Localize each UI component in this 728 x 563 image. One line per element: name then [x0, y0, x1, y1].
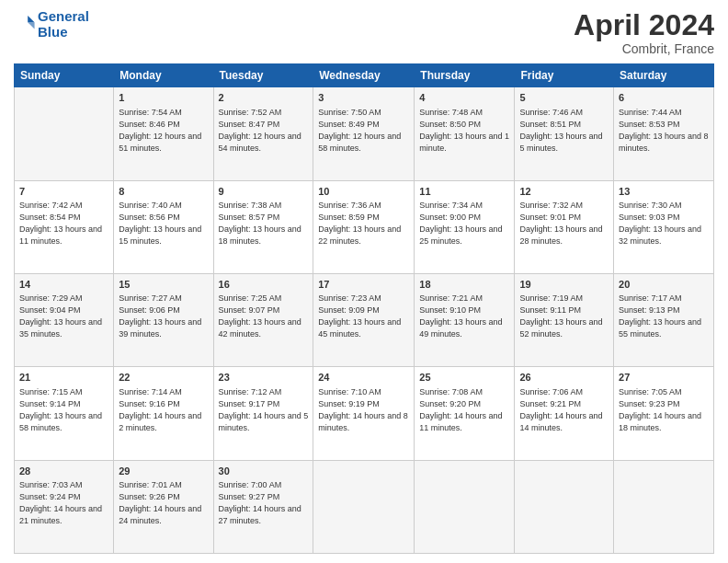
- day-cell: 26Sunrise: 7:06 AMSunset: 9:21 PMDayligh…: [515, 367, 614, 460]
- day-number: 22: [119, 371, 208, 385]
- day-info: Sunrise: 7:17 AMSunset: 9:13 PMDaylight:…: [619, 293, 709, 340]
- day-info: Sunrise: 7:27 AMSunset: 9:06 PMDaylight:…: [119, 293, 208, 340]
- day-cell: 11Sunrise: 7:34 AMSunset: 9:00 PMDayligh…: [415, 180, 515, 273]
- day-info: Sunrise: 7:54 AMSunset: 8:46 PMDaylight:…: [119, 107, 208, 155]
- day-info: Sunrise: 7:30 AMSunset: 9:03 PMDaylight:…: [619, 200, 709, 247]
- day-cell: [15, 87, 114, 180]
- day-cell: 14Sunrise: 7:29 AMSunset: 9:04 PMDayligh…: [15, 273, 114, 366]
- day-number: 6: [619, 91, 709, 105]
- col-sunday: Sunday: [15, 64, 114, 87]
- day-info: Sunrise: 7:10 AMSunset: 9:19 PMDaylight:…: [318, 386, 409, 434]
- day-number: 3: [318, 91, 409, 105]
- logo-general: General: [38, 9, 89, 25]
- day-info: Sunrise: 7:48 AMSunset: 8:50 PMDaylight:…: [419, 107, 509, 155]
- day-cell: 19Sunrise: 7:19 AMSunset: 9:11 PMDayligh…: [515, 273, 614, 366]
- day-cell: 13Sunrise: 7:30 AMSunset: 9:03 PMDayligh…: [614, 180, 714, 273]
- title-block: April 2024 Combrit, France: [574, 9, 714, 56]
- day-number: 2: [219, 91, 309, 105]
- day-info: Sunrise: 7:46 AMSunset: 8:51 PMDaylight:…: [519, 107, 609, 155]
- day-info: Sunrise: 7:50 AMSunset: 8:49 PMDaylight:…: [318, 107, 409, 155]
- day-number: 30: [219, 465, 309, 478]
- day-cell: 8Sunrise: 7:40 AMSunset: 8:56 PMDaylight…: [114, 180, 213, 273]
- day-cell: 29Sunrise: 7:01 AMSunset: 9:26 PMDayligh…: [114, 460, 213, 553]
- day-cell: 7Sunrise: 7:42 AMSunset: 8:54 PMDaylight…: [15, 180, 114, 273]
- day-info: Sunrise: 7:21 AMSunset: 9:10 PMDaylight:…: [419, 293, 509, 340]
- day-number: 17: [318, 278, 409, 292]
- day-number: 10: [318, 185, 409, 199]
- logo-icon: [16, 13, 36, 33]
- day-number: 18: [419, 278, 509, 292]
- logo-blue: Blue: [38, 25, 89, 40]
- day-cell: 15Sunrise: 7:27 AMSunset: 9:06 PMDayligh…: [114, 273, 213, 366]
- day-number: 14: [19, 278, 108, 292]
- day-info: Sunrise: 7:06 AMSunset: 9:21 PMDaylight:…: [519, 386, 609, 434]
- day-info: Sunrise: 7:00 AMSunset: 9:27 PMDaylight:…: [219, 479, 309, 527]
- day-number: 25: [419, 371, 509, 385]
- day-number: 11: [419, 185, 509, 199]
- day-cell: 24Sunrise: 7:10 AMSunset: 9:19 PMDayligh…: [313, 367, 415, 460]
- day-cell: 25Sunrise: 7:08 AMSunset: 9:20 PMDayligh…: [415, 367, 515, 460]
- day-cell: 2Sunrise: 7:52 AMSunset: 8:47 PMDaylight…: [213, 87, 313, 180]
- day-number: 24: [318, 371, 409, 385]
- day-cell: 30Sunrise: 7:00 AMSunset: 9:27 PMDayligh…: [213, 460, 313, 553]
- day-cell: 23Sunrise: 7:12 AMSunset: 9:17 PMDayligh…: [213, 367, 313, 460]
- day-number: 26: [519, 371, 609, 385]
- col-thursday: Thursday: [415, 64, 515, 87]
- day-info: Sunrise: 7:14 AMSunset: 9:16 PMDaylight:…: [119, 386, 208, 434]
- day-info: Sunrise: 7:34 AMSunset: 9:00 PMDaylight:…: [419, 200, 509, 247]
- day-number: 23: [219, 371, 309, 385]
- day-cell: 4Sunrise: 7:48 AMSunset: 8:50 PMDaylight…: [415, 87, 515, 180]
- calendar-table: SundayMondayTuesdayWednesdayThursdayFrid…: [14, 63, 714, 554]
- day-info: Sunrise: 7:42 AMSunset: 8:54 PMDaylight:…: [19, 200, 108, 247]
- day-info: Sunrise: 7:03 AMSunset: 9:24 PMDaylight:…: [19, 479, 108, 527]
- day-cell: 6Sunrise: 7:44 AMSunset: 8:53 PMDaylight…: [614, 87, 714, 180]
- day-info: Sunrise: 7:08 AMSunset: 9:20 PMDaylight:…: [419, 386, 509, 434]
- week-row-0: 1Sunrise: 7:54 AMSunset: 8:46 PMDaylight…: [15, 87, 714, 180]
- day-cell: 21Sunrise: 7:15 AMSunset: 9:14 PMDayligh…: [15, 367, 114, 460]
- day-number: 16: [219, 278, 309, 292]
- day-cell: 27Sunrise: 7:05 AMSunset: 9:23 PMDayligh…: [614, 367, 714, 460]
- col-saturday: Saturday: [614, 64, 714, 87]
- day-cell: 16Sunrise: 7:25 AMSunset: 9:07 PMDayligh…: [213, 273, 313, 366]
- week-row-3: 21Sunrise: 7:15 AMSunset: 9:14 PMDayligh…: [15, 367, 714, 460]
- day-number: 9: [219, 185, 309, 199]
- day-cell: 1Sunrise: 7:54 AMSunset: 8:46 PMDaylight…: [114, 87, 213, 180]
- day-info: Sunrise: 7:05 AMSunset: 9:23 PMDaylight:…: [619, 386, 709, 434]
- day-number: 5: [519, 91, 609, 105]
- month-title: April 2024: [574, 9, 714, 41]
- day-info: Sunrise: 7:44 AMSunset: 8:53 PMDaylight:…: [619, 107, 709, 155]
- day-number: 21: [19, 371, 108, 385]
- day-cell: 9Sunrise: 7:38 AMSunset: 8:57 PMDaylight…: [213, 180, 313, 273]
- day-info: Sunrise: 7:23 AMSunset: 9:09 PMDaylight:…: [318, 293, 409, 340]
- day-info: Sunrise: 7:25 AMSunset: 9:07 PMDaylight:…: [219, 293, 309, 340]
- day-number: 29: [119, 465, 208, 478]
- day-info: Sunrise: 7:01 AMSunset: 9:26 PMDaylight:…: [119, 479, 208, 527]
- day-number: 15: [119, 278, 208, 292]
- day-cell: [415, 460, 515, 553]
- day-number: 12: [519, 185, 609, 199]
- day-info: Sunrise: 7:40 AMSunset: 8:56 PMDaylight:…: [119, 200, 208, 247]
- day-info: Sunrise: 7:36 AMSunset: 8:59 PMDaylight:…: [318, 200, 409, 247]
- location: Combrit, France: [574, 41, 714, 56]
- day-number: 13: [619, 185, 709, 199]
- header-row: SundayMondayTuesdayWednesdayThursdayFrid…: [15, 64, 714, 87]
- day-number: 8: [119, 185, 208, 199]
- day-cell: 22Sunrise: 7:14 AMSunset: 9:16 PMDayligh…: [114, 367, 213, 460]
- day-cell: [614, 460, 714, 553]
- col-tuesday: Tuesday: [213, 64, 313, 87]
- col-friday: Friday: [515, 64, 614, 87]
- day-number: 27: [619, 371, 709, 385]
- header: General Blue April 2024 Combrit, France: [14, 9, 714, 56]
- day-number: 4: [419, 91, 509, 105]
- day-cell: 12Sunrise: 7:32 AMSunset: 9:01 PMDayligh…: [515, 180, 614, 273]
- day-cell: 17Sunrise: 7:23 AMSunset: 9:09 PMDayligh…: [313, 273, 415, 366]
- day-number: 20: [619, 278, 709, 292]
- col-wednesday: Wednesday: [313, 64, 415, 87]
- day-info: Sunrise: 7:52 AMSunset: 8:47 PMDaylight:…: [219, 107, 309, 155]
- day-info: Sunrise: 7:38 AMSunset: 8:57 PMDaylight:…: [219, 200, 309, 247]
- week-row-2: 14Sunrise: 7:29 AMSunset: 9:04 PMDayligh…: [15, 273, 714, 366]
- day-cell: 3Sunrise: 7:50 AMSunset: 8:49 PMDaylight…: [313, 87, 415, 180]
- day-cell: 10Sunrise: 7:36 AMSunset: 8:59 PMDayligh…: [313, 180, 415, 273]
- day-info: Sunrise: 7:32 AMSunset: 9:01 PMDaylight:…: [519, 200, 609, 247]
- day-cell: 20Sunrise: 7:17 AMSunset: 9:13 PMDayligh…: [614, 273, 714, 366]
